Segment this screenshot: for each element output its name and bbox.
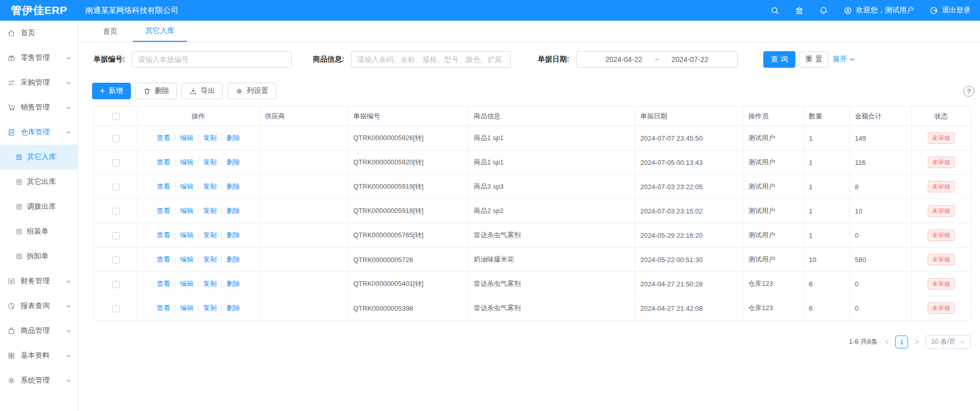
reset-button[interactable]: 重置 [800,51,828,68]
search-button[interactable]: 查询 [763,51,795,68]
sidebar-item-system[interactable]: 系统管理 [0,368,78,393]
cell-product: 雷达杀虫气雾剂 [469,272,635,296]
date-start[interactable]: 2024-04-22 [605,55,642,64]
add-button[interactable]: + 新增 [92,83,131,99]
row-checkbox[interactable] [112,256,119,264]
date-range-picker[interactable]: 2024-04-22 ~ 2024-07-22 [576,51,738,68]
sidebar-item-finance[interactable]: 财务管理 [0,269,78,294]
help-icon[interactable]: ? [963,86,974,97]
sidebar-item-retail[interactable]: 零售管理 [0,45,78,70]
delete-link[interactable]: 删除 [222,231,245,240]
cell-date: 2024-04-27 21:50:28 [635,272,743,296]
edit-link[interactable]: 编辑 [175,303,198,313]
view-link[interactable]: 查看 [152,182,175,191]
delete-link[interactable]: 删除 [222,255,245,264]
copy-link[interactable]: 复制 [199,303,221,313]
copy-link[interactable]: 复制 [199,206,221,216]
row-checkbox[interactable] [112,232,119,239]
row-checkbox[interactable] [112,135,119,142]
gift-icon [7,54,16,62]
view-link[interactable]: 查看 [152,206,175,216]
edit-link[interactable]: 编辑 [175,206,198,216]
delete-link[interactable]: 删除 [222,182,245,191]
chevron-down-icon [66,55,71,61]
sidebar-item-assembly[interactable]: 组装单 [0,219,78,244]
export-button[interactable]: 导出 [182,83,223,99]
sidebar-item-reports[interactable]: 报表查询 [0,294,78,318]
edit-link[interactable]: 编辑 [175,182,198,191]
sidebar-item-sales[interactable]: 销售管理 [0,95,78,120]
cell-doc-no: QTRK00000005728 [348,248,469,272]
view-link[interactable]: 查看 [152,279,175,288]
view-link[interactable]: 查看 [152,158,175,167]
copy-link[interactable]: 复制 [199,158,221,167]
logout-button[interactable]: 退出登录 [929,6,971,15]
sidebar-item-basic-data[interactable]: 基本资料 [0,343,78,368]
copy-link[interactable]: 复制 [199,231,221,240]
user-menu[interactable]: 欢迎您，测试用户 [843,6,914,15]
cell-amount: 0 [850,272,912,296]
sidebar-item-home[interactable]: 首页 [0,21,78,45]
tab-home[interactable]: 首页 [103,21,117,42]
sidebar-item-purchase[interactable]: 采购管理 [0,70,78,95]
delete-link[interactable]: 删除 [222,303,245,313]
cell-date: 2024-07-03 23:22:05 [635,175,743,199]
view-link[interactable]: 查看 [152,231,175,240]
sidebar-item-other-outbound[interactable]: 其它出库 [0,170,78,194]
search-icon[interactable] [771,6,779,15]
delete-link[interactable]: 删除 [222,133,245,143]
tab-other-inbound[interactable]: 其它入库 [133,21,187,42]
sidebar-item-disassembly[interactable]: 拆卸单 [0,244,78,269]
expand-toggle[interactable]: 展开 [833,51,855,68]
col-amount: 金额合计 [850,106,912,126]
cell-operator: 测试用户 [743,150,804,175]
next-page-button[interactable]: > [915,338,919,346]
row-checkbox[interactable] [112,184,119,191]
sidebar-item-transfer-outbound[interactable]: 调拨出库 [0,194,78,219]
row-checkbox[interactable] [112,159,119,166]
cell-doc-no: QTRK00000005920[转] [348,150,469,175]
bank-icon[interactable] [795,6,804,15]
delete-link[interactable]: 删除 [222,206,245,216]
company-name: 南通某某网络科技有限公司 [85,6,178,16]
select-all-checkbox[interactable] [112,113,119,120]
edit-link[interactable]: 编辑 [175,133,198,143]
column-settings-button[interactable]: 列设置 [228,83,276,99]
filter-date: 单据日期: 2024-04-22 ~ 2024-07-22 [538,51,738,68]
copy-link[interactable]: 复制 [199,133,221,143]
view-link[interactable]: 查看 [152,133,175,143]
edit-link[interactable]: 编辑 [175,231,198,240]
edit-link[interactable]: 编辑 [175,255,198,264]
edit-link[interactable]: 编辑 [175,279,198,288]
view-link[interactable]: 查看 [152,255,175,264]
swap-icon [7,79,16,87]
download-icon [189,87,197,95]
gear-icon [7,376,16,385]
row-checkbox[interactable] [112,305,119,312]
date-end[interactable]: 2024-07-22 [671,55,708,64]
delete-link[interactable]: 删除 [222,279,245,288]
copy-link[interactable]: 复制 [199,279,221,288]
pie-chart-icon [7,302,16,310]
product-input[interactable] [351,51,511,68]
page-size-select[interactable]: 10 条/页 [926,335,971,349]
bell-icon[interactable] [819,6,828,15]
prev-page-button[interactable]: < [884,338,888,346]
col-operator: 操作员 [743,106,804,126]
col-product: 商品信息 [469,106,635,126]
view-link[interactable]: 查看 [152,303,175,313]
row-checkbox[interactable] [112,208,119,215]
doc-no-input[interactable] [132,51,292,68]
cell-amount: 0 [850,223,912,248]
page-number[interactable]: 1 [895,336,908,348]
bag-icon [7,327,16,335]
row-checkbox[interactable] [112,281,119,288]
sidebar-item-other-inbound[interactable]: 其它入库 [0,145,78,170]
delete-button[interactable]: 删除 [135,83,177,99]
edit-link[interactable]: 编辑 [175,158,198,167]
copy-link[interactable]: 复制 [199,182,221,191]
sidebar-item-warehouse[interactable]: 仓库管理 [0,120,78,145]
delete-link[interactable]: 删除 [222,158,245,167]
copy-link[interactable]: 复制 [199,255,221,264]
sidebar-item-goods[interactable]: 商品管理 [0,318,78,343]
